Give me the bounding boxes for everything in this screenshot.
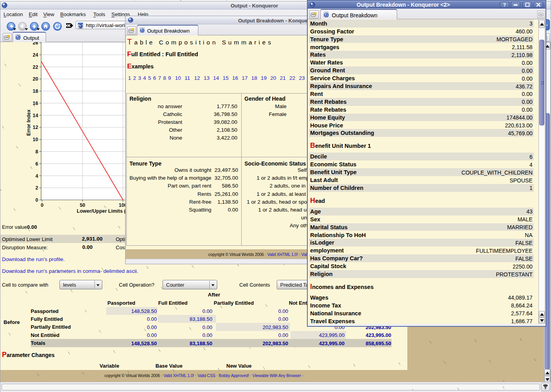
svg-text:20: 20 — [33, 76, 38, 82]
svg-text:18: 18 — [33, 88, 38, 94]
svg-text:2: 2 — [35, 185, 38, 191]
svg-text:6: 6 — [35, 161, 38, 167]
svg-text:22: 22 — [33, 64, 38, 70]
svg-text:26: 26 — [33, 42, 38, 46]
svg-text:Error Index: Error Index — [26, 110, 31, 136]
svg-text:0: 0 — [35, 197, 38, 203]
svg-text:8: 8 — [35, 149, 38, 155]
svg-text:?: ? — [503, 2, 506, 8]
svg-text:12: 12 — [33, 125, 38, 130]
svg-text:50: 50 — [80, 202, 85, 208]
svg-text:4: 4 — [35, 173, 38, 179]
svg-text:0: 0 — [41, 202, 43, 208]
svg-text:16: 16 — [33, 101, 38, 106]
svg-text:14: 14 — [33, 113, 38, 118]
svg-text:10: 10 — [33, 137, 38, 142]
svg-text:24: 24 — [33, 52, 38, 58]
